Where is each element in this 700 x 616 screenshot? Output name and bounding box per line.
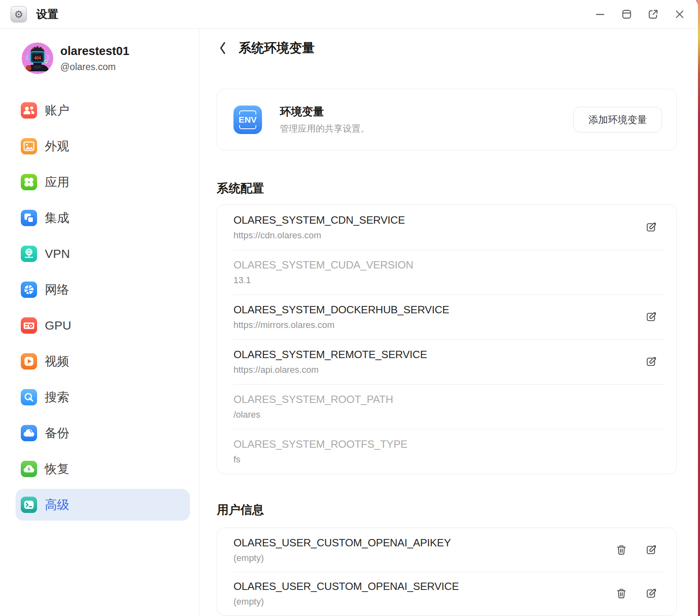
env-var-text: OLARES_SYSTEM_CDN_SERVICEhttps://cdn.ola… [233, 214, 405, 241]
env-icon-bracket [239, 110, 256, 114]
minimize-button[interactable] [594, 9, 606, 20]
profile-username: olarestest01 [60, 44, 129, 58]
back-button[interactable] [217, 40, 228, 56]
add-env-var-button[interactable]: 添加环境变量 [573, 107, 662, 132]
settings-window: ⚙ 设置 404 [0, 0, 698, 616]
sidebar-item-label: 外观 [45, 138, 69, 155]
delete-button[interactable] [615, 544, 627, 556]
env-var-value: https://api.olares.com [233, 365, 427, 375]
svg-text:404: 404 [34, 56, 41, 60]
users-icon [21, 102, 37, 119]
sidebar-item-label: 应用 [45, 174, 69, 191]
env-var-list-card: OLARES_USER_CUSTOM_OPENAI_APIKEY(empty)O… [217, 528, 677, 616]
env-var-text: OLARES_SYSTEM_REMOTE_SERVICEhttps://api.… [233, 348, 427, 375]
app-title: 设置 [36, 7, 58, 22]
env-var-value: (empty) [233, 553, 451, 563]
env-var-row: OLARES_SYSTEM_ROOTFS_TYPEfs [217, 429, 676, 474]
minimize-icon [594, 9, 606, 20]
gpu-icon [21, 317, 37, 334]
sidebar-item-restore-cloud[interactable]: 恢复 [15, 453, 190, 485]
row-actions [645, 356, 657, 368]
sidebar-item-label: 网络 [45, 282, 69, 298]
env-icon-bracket [239, 125, 256, 129]
env-card-text: 环境变量 管理应用的共享设置。 [280, 104, 370, 135]
env-var-value: fs [233, 454, 407, 465]
avatar[interactable]: 404 [22, 42, 53, 74]
edit-button[interactable] [645, 544, 657, 556]
vpn-globe-icon [21, 246, 37, 262]
sidebar-item-users[interactable]: 账户 [15, 95, 190, 126]
sidebar-item-gpu[interactable]: GPU [15, 310, 190, 341]
profile-handle: @olares.com [60, 62, 116, 73]
env-var-name: OLARES_SYSTEM_ROOTFS_TYPE [233, 438, 407, 451]
sidebar-item-apps[interactable]: 应用 [15, 166, 190, 198]
backup-cloud-icon [21, 425, 37, 441]
sidebar-item-network-globe[interactable]: 网络 [15, 274, 190, 306]
integration-icon [21, 210, 37, 226]
sidebar-item-label: 备份 [45, 425, 69, 442]
sidebar-item-search[interactable]: 搜索 [15, 381, 190, 413]
env-var-name: OLARES_SYSTEM_CUDA_VERSION [233, 259, 413, 271]
main-content: 系统环境变量 ENV 环境变量 管理应用的共享设置。 添加环境变量 系统配置OL… [199, 29, 698, 616]
env-var-row: OLARES_USER_CUSTOM_OPENAI_APIKEY(empty) [217, 528, 676, 572]
sidebar-item-integration[interactable]: 集成 [15, 202, 190, 234]
edit-button[interactable] [645, 587, 657, 600]
edit-button[interactable] [645, 311, 657, 323]
env-var-name: OLARES_SYSTEM_ROOT_PATH [233, 393, 393, 406]
section-heading: 用户信息 [217, 502, 264, 518]
avatar-robot-image: 404 [22, 42, 53, 74]
env-overview-card: ENV 环境变量 管理应用的共享设置。 添加环境变量 [217, 89, 677, 150]
sidebar-item-label: 集成 [45, 210, 69, 227]
edit-icon [645, 311, 657, 323]
sidebar-item-backup-cloud[interactable]: 备份 [15, 417, 190, 449]
env-var-value: (empty) [233, 596, 459, 607]
row-actions [645, 311, 657, 323]
popout-icon [647, 9, 659, 20]
row-actions [645, 221, 657, 233]
settings-gear-app-icon: ⚙ [11, 6, 27, 22]
network-globe-icon [21, 282, 37, 298]
env-var-name: OLARES_SYSTEM_CDN_SERVICE [233, 214, 405, 227]
maximize-button[interactable] [621, 9, 632, 20]
env-var-text: OLARES_SYSTEM_DOCKERHUB_SERVICEhttps://m… [233, 304, 449, 330]
trash-icon [615, 587, 627, 600]
sidebar-item-image[interactable]: 外观 [15, 130, 190, 162]
edit-button[interactable] [645, 356, 657, 368]
sidebar-item-terminal[interactable]: 高级 [15, 489, 190, 521]
env-icon-label: ENV [239, 115, 257, 125]
edit-icon [645, 356, 657, 368]
sidebar-item-vpn-globe[interactable]: VPN [15, 238, 190, 270]
page-header: 系统环境变量 [199, 35, 315, 61]
maximize-icon [621, 9, 632, 20]
section-heading: 系统配置 [217, 180, 264, 197]
search-icon [21, 389, 37, 405]
env-var-value: https://mirrors.olares.com [233, 320, 449, 330]
popout-button[interactable] [647, 9, 659, 20]
env-var-row: OLARES_SYSTEM_ROOT_PATH/olares [217, 384, 676, 429]
sidebar-item-label: VPN [45, 247, 70, 261]
trash-icon [615, 544, 627, 556]
image-icon [21, 138, 37, 154]
sidebar-menu: 账户外观应用集成VPN网络GPU视频搜索备份恢复高级 [0, 95, 199, 525]
env-var-text: OLARES_USER_CUSTOM_OPENAI_APIKEY(empty) [233, 537, 451, 563]
env-var-value: /olares [233, 409, 393, 420]
edit-button[interactable] [645, 221, 657, 233]
env-var-name: OLARES_USER_CUSTOM_OPENAI_SERVICE [233, 580, 459, 593]
row-actions [615, 587, 657, 600]
env-var-name: OLARES_USER_CUSTOM_OPENAI_APIKEY [233, 537, 451, 549]
chevron-left-icon [218, 41, 227, 55]
edit-icon [645, 221, 657, 233]
env-var-name: OLARES_SYSTEM_REMOTE_SERVICE [233, 348, 427, 361]
env-var-row: OLARES_USER_CUSTOM_OPENAI_SERVICE(empty) [217, 572, 676, 615]
close-icon [674, 9, 685, 20]
env-var-text: OLARES_SYSTEM_ROOTFS_TYPEfs [233, 438, 407, 465]
env-var-list-card: OLARES_SYSTEM_CDN_SERVICEhttps://cdn.ola… [217, 205, 677, 474]
env-var-value: 13.1 [233, 275, 413, 286]
delete-button[interactable] [615, 587, 627, 600]
env-var-row: OLARES_SYSTEM_DOCKERHUB_SERVICEhttps://m… [217, 295, 676, 339]
sidebar-item-video[interactable]: 视频 [15, 345, 190, 377]
env-card-title: 环境变量 [280, 104, 370, 119]
env-var-row: OLARES_SYSTEM_CDN_SERVICEhttps://cdn.ola… [217, 205, 676, 250]
env-card-subtitle: 管理应用的共享设置。 [280, 123, 370, 135]
close-button[interactable] [674, 9, 685, 20]
